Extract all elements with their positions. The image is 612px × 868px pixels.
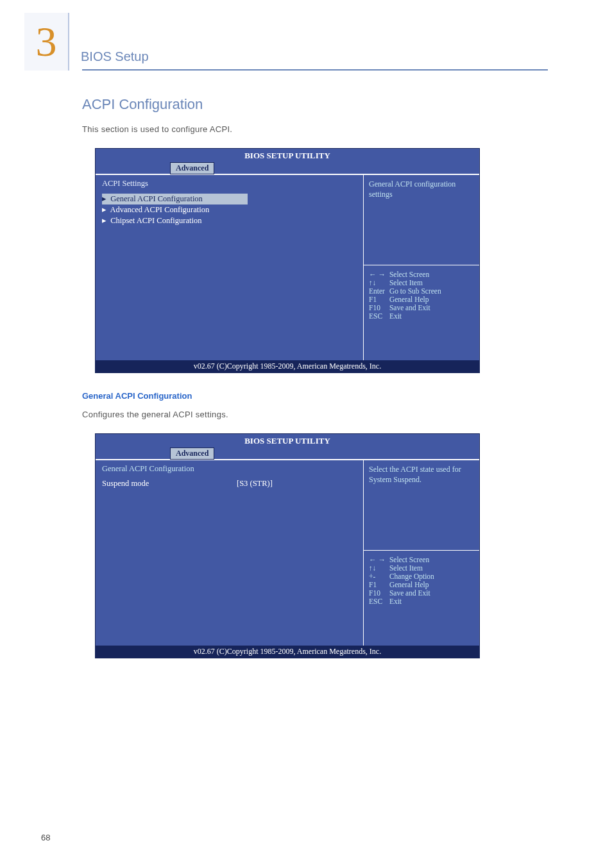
key-desc: Change Option [389, 572, 438, 581]
bios-help-text: General ACPI configuration settings [364, 175, 479, 265]
key-row: ← →Select Screen [369, 556, 438, 564]
option-label: Suspend mode [102, 479, 237, 488]
bios-help-pane: Select the ACPI state used for System Su… [364, 460, 479, 646]
key-desc: Select Screen [389, 271, 445, 279]
bios-screenshot-acpi-settings: BIOS SETUP UTILITY Advanced ACPI Setting… [95, 148, 480, 373]
menu-item-label: General ACPI Configuration [110, 194, 203, 203]
menu-item-general-acpi: ▸ General ACPI Configuration [102, 194, 248, 204]
bios-screenshot-general-acpi: BIOS SETUP UTILITY Advanced General ACPI… [95, 433, 480, 658]
submenu-arrow-icon: ▸ [102, 204, 108, 215]
chapter-header: 3 BIOS Setup [24, 13, 149, 71]
bios-help-pane: General ACPI configuration settings ← →S… [364, 174, 479, 360]
bios-tab-row: Advanced [96, 447, 479, 459]
sub-heading: General ACPI Configuration [82, 391, 493, 401]
sub-intro: Configures the general ACPI settings. [82, 410, 493, 419]
key: ESC [369, 597, 389, 606]
bios-key-legend: ← →Select Screen ↑↓Select Item EnterGo t… [364, 265, 479, 332]
key-row: F10Save and Exit [369, 589, 438, 597]
key: ↑↓ [369, 279, 389, 287]
bios-title: BIOS SETUP UTILITY [96, 149, 479, 162]
key: Enter [369, 287, 389, 296]
key: ESC [369, 312, 389, 321]
key: F10 [369, 589, 389, 597]
page-number: 68 [41, 833, 50, 842]
key-desc: Save and Exit [389, 304, 445, 312]
option-value: [S3 (STR)] [237, 479, 273, 488]
key: F1 [369, 581, 389, 589]
key-desc: Exit [389, 597, 438, 606]
tab-advanced: Advanced [170, 162, 214, 174]
key-desc: Select Screen [389, 556, 438, 564]
key-row: +-Change Option [369, 572, 438, 581]
key-desc: Exit [389, 312, 445, 321]
key-row: F1General Help [369, 581, 438, 589]
bios-key-legend: ← →Select Screen ↑↓Select Item +-Change … [364, 550, 479, 617]
key: ← → [369, 271, 389, 279]
bios-pane-heading: ACPI Settings [102, 179, 357, 188]
bios-main-pane: General ACPI Configuration Suspend mode … [96, 460, 364, 646]
menu-item-label: Advanced ACPI Configuration [110, 205, 209, 214]
section-heading: ACPI Configuration [82, 96, 493, 113]
chapter-number-box: 3 [24, 13, 69, 71]
chapter-number: 3 [36, 21, 57, 63]
key: F1 [369, 296, 389, 304]
key-desc: Select Item [389, 279, 445, 287]
key-desc: Save and Exit [389, 589, 438, 597]
key-row: F10Save and Exit [369, 304, 445, 312]
bios-footer: v02.67 (C)Copyright 1985-2009, American … [96, 646, 479, 658]
key-row: EnterGo to Sub Screen [369, 287, 445, 296]
key: ↑↓ [369, 564, 389, 572]
submenu-arrow-icon: ▸ [102, 215, 108, 226]
key: +- [369, 572, 389, 581]
key: F10 [369, 304, 389, 312]
key-row: ↑↓Select Item [369, 564, 438, 572]
tab-advanced: Advanced [170, 447, 214, 460]
section-intro: This section is used to configure ACPI. [82, 124, 493, 134]
menu-item-label: Chipset ACPI Configuration [110, 216, 201, 225]
bios-tab-row: Advanced [96, 162, 479, 174]
key-row: ESCExit [369, 597, 438, 606]
bios-title: BIOS SETUP UTILITY [96, 434, 479, 447]
key-row: F1General Help [369, 296, 445, 304]
bios-footer: v02.67 (C)Copyright 1985-2009, American … [96, 360, 479, 372]
chapter-title: BIOS Setup [69, 49, 149, 71]
key-row: ESCExit [369, 312, 445, 321]
key-desc: Go to Sub Screen [389, 287, 445, 296]
menu-item-chipset-acpi: ▸ Chipset ACPI Configuration [102, 215, 357, 226]
key-desc: General Help [389, 296, 445, 304]
bios-main-pane: ACPI Settings ▸ General ACPI Configurati… [96, 174, 364, 360]
bios-pane-heading: General ACPI Configuration [102, 464, 357, 474]
key: ← → [369, 556, 389, 564]
key-row: ↑↓Select Item [369, 279, 445, 287]
header-rule [82, 69, 548, 71]
key-desc: Select Item [389, 564, 438, 572]
bios-help-text: Select the ACPI state used for System Su… [364, 460, 479, 550]
option-suspend-mode: Suspend mode [S3 (STR)] [102, 479, 357, 488]
bios-body: ACPI Settings ▸ General ACPI Configurati… [96, 174, 479, 360]
submenu-arrow-icon: ▸ [102, 194, 108, 204]
key-row: ← →Select Screen [369, 271, 445, 279]
page-content: ACPI Configuration This section is used … [82, 96, 493, 665]
bios-body: General ACPI Configuration Suspend mode … [96, 459, 479, 646]
key-desc: General Help [389, 581, 438, 589]
menu-item-advanced-acpi: ▸ Advanced ACPI Configuration [102, 204, 357, 215]
